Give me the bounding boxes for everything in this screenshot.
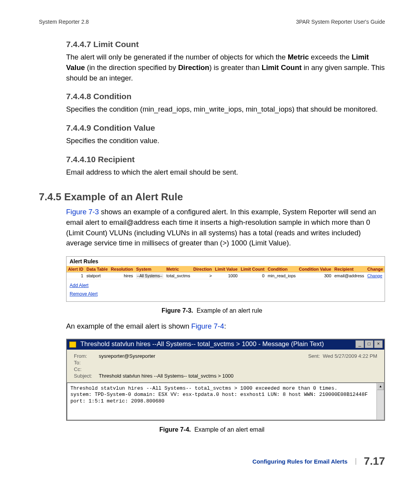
xref-figure-7-3[interactable]: Figure 7-3: [66, 208, 99, 216]
page-footer: Configuring Rules for Email Alerts 7.17: [39, 455, 385, 467]
col-data-table: Data Table: [85, 266, 109, 273]
subject-value: Threshold statvlun hires --All Systems--…: [97, 373, 379, 379]
from-label: From:: [72, 353, 97, 359]
col-system: System: [135, 266, 165, 273]
col-metric: Metric: [165, 266, 192, 273]
cc-label: Cc:: [72, 366, 97, 373]
email-headers: From: sysreporter@Sysreporter Sent: Wed …: [67, 350, 384, 383]
fig-label: Figure 7-4.: [159, 426, 191, 433]
text: An example of the email alert is shown: [66, 322, 191, 330]
system-dropdown[interactable]: --All Systems--: [136, 273, 163, 278]
footer-section-title: Configuring Rules for Email Alerts: [252, 458, 356, 465]
email-body-text: Threshold statvlun hires --All Systems--…: [67, 383, 384, 420]
heading-condition-value: 7.4.4.9 Condition Value: [66, 123, 385, 133]
col-recipient: Recipient: [333, 266, 366, 273]
minimize-button[interactable]: _: [355, 340, 364, 348]
bold-direction: Direction: [178, 63, 209, 72]
bold-metric: Metric: [288, 53, 309, 61]
cell-change: Change: [366, 273, 385, 279]
col-alert-id: Alert ID: [66, 266, 85, 273]
alert-rules-title: Alert Rules: [66, 257, 385, 266]
heading-example-alert-rule: 7.4.5 Example of an Alert Rule: [39, 191, 385, 203]
alert-rules-table: Alert ID Data Table Resolution System Me…: [66, 266, 385, 279]
fig-text: Example of an alert rule: [196, 307, 262, 314]
running-head: System Reporter 2.8 3PAR System Reporter…: [39, 19, 385, 25]
cell-metric: total_svctms: [165, 273, 192, 279]
add-alert-link[interactable]: Add Alert: [70, 282, 89, 290]
to-label: To:: [72, 359, 97, 366]
cell-id: 1: [66, 273, 85, 279]
text: ) is greater than: [209, 63, 262, 72]
para-recipient: Email address to which the alert email s…: [66, 167, 385, 178]
col-limit-count: Limit Count: [239, 266, 266, 273]
col-condition-value: Condition Value: [297, 266, 332, 273]
runhead-left: System Reporter 2.8: [39, 19, 89, 25]
scroll-up-button[interactable]: ▴: [377, 383, 384, 390]
fig-label: Figure 7-3.: [162, 307, 193, 314]
xref-figure-7-4[interactable]: Figure 7-4: [191, 322, 224, 330]
cell-cond: min_read_iops: [266, 273, 297, 279]
cell-system: --All Systems--: [135, 273, 165, 279]
sent-cell: Sent: Wed 5/27/2009 4:22 PM: [225, 353, 379, 359]
text: The alert will only be generated if the …: [66, 53, 288, 61]
cell-lval: 1000: [214, 273, 239, 279]
cell-lcount: 0: [239, 273, 266, 279]
para-condition: Specifies the condition (min_read_iops, …: [66, 104, 385, 115]
text: shows an example of a configured alert. …: [66, 208, 376, 247]
document-page: System Reporter 2.8 3PAR System Reporter…: [0, 0, 420, 483]
runhead-right: 3PAR System Reporter User's Guide: [296, 19, 385, 25]
col-direction: Direction: [192, 266, 214, 273]
table-header-row: Alert ID Data Table Resolution System Me…: [66, 266, 385, 273]
cell-cval: 300: [297, 273, 332, 279]
text: (in the direction specified by: [85, 63, 178, 72]
cc-value: [97, 366, 379, 373]
col-condition: Condition: [266, 266, 297, 273]
col-limit-value: Limit Value: [214, 266, 239, 273]
to-value: [97, 359, 379, 366]
scrollbar[interactable]: ▴: [376, 383, 384, 420]
from-value: sysreporter@Sysreporter: [97, 353, 225, 359]
alert-action-links: Add Alert Remove Alert: [66, 279, 385, 301]
window-buttons: _ □ ×: [355, 340, 383, 348]
cell-recip: email@address: [333, 273, 366, 279]
cell-dir: >: [192, 273, 214, 279]
subject-label: Subject:: [72, 373, 97, 379]
maximize-button[interactable]: □: [365, 340, 373, 348]
para-limit-count: The alert will only be generated if the …: [66, 52, 385, 83]
col-resolution: Resolution: [109, 266, 135, 273]
cell-table: statport: [85, 273, 109, 279]
remove-alert-link[interactable]: Remove Alert: [70, 290, 98, 299]
figure-email-window: Threshold statvlun hires --All Systems--…: [66, 339, 385, 421]
heading-recipient: 7.4.4.10 Recipient: [66, 155, 385, 164]
sent-label: Sent:: [308, 353, 320, 359]
figure-7-4-caption: Figure 7-4. Example of an alert email: [39, 426, 385, 433]
para-email-intro: An example of the email alert is shown F…: [66, 321, 385, 332]
text: :: [224, 322, 226, 330]
mail-icon: [69, 341, 76, 348]
col-change: Change: [366, 266, 385, 273]
table-row: 1 statport hires --All Systems-- total_s…: [66, 273, 385, 279]
change-link[interactable]: Change: [367, 273, 382, 278]
fig-text: Example of an alert email: [194, 426, 265, 433]
email-body-area: Threshold statvlun hires --All Systems--…: [67, 383, 384, 420]
heading-condition: 7.4.4.8 Condition: [66, 92, 385, 101]
email-titlebar: Threshold statvlun hires --All Systems--…: [67, 340, 384, 350]
email-window-title: Threshold statvlun hires --All Systems--…: [80, 340, 324, 348]
para-example-intro: Figure 7-3 shows an example of a configu…: [66, 207, 385, 248]
figure-alert-rules: Alert Rules Alert ID Data Table Resoluti…: [66, 256, 385, 302]
close-button[interactable]: ×: [374, 340, 383, 348]
text: exceeds the: [309, 53, 352, 61]
bold-limit-count: Limit Count: [262, 63, 302, 72]
footer-page-number: 7.17: [364, 455, 385, 467]
titlebar-left: Threshold statvlun hires --All Systems--…: [69, 340, 324, 348]
para-condition-value: Specifies the condition value.: [66, 136, 385, 146]
cell-res: hires: [109, 273, 135, 279]
sent-value: Wed 5/27/2009 4:22 PM: [323, 353, 377, 359]
figure-7-3-caption: Figure 7-3. Example of an alert rule: [39, 307, 385, 314]
heading-limit-count: 7.4.4.7 Limit Count: [66, 40, 385, 49]
